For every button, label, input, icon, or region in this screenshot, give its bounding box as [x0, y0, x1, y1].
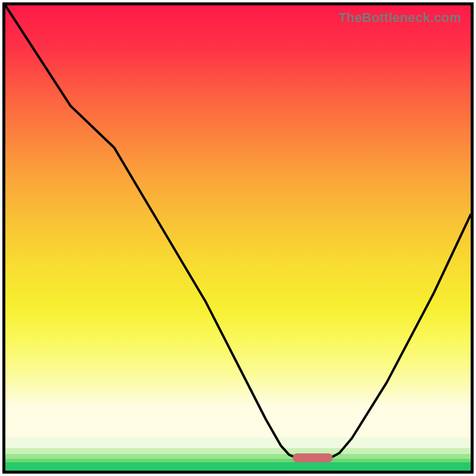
optimal-range-marker: [293, 453, 333, 462]
watermark-label: TheBottleneck.com: [339, 10, 461, 26]
gradient-tail: [5, 437, 471, 471]
chart-frame: TheBottleneck.com: [2, 2, 474, 474]
plot-area: [5, 5, 471, 471]
gradient-main: [5, 5, 471, 437]
